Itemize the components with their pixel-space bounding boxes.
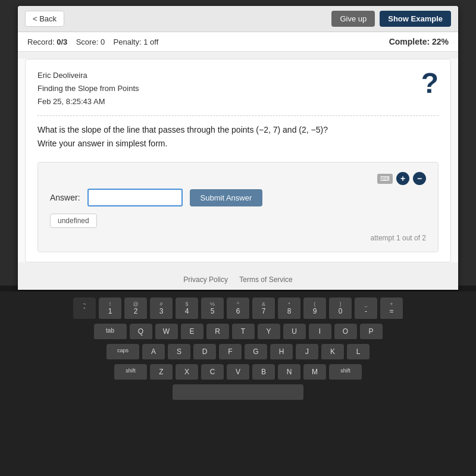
keyboard-row-space xyxy=(12,384,464,401)
key-y[interactable]: Y xyxy=(258,324,280,340)
key-a[interactable]: A xyxy=(142,344,165,361)
key-space[interactable] xyxy=(173,384,303,401)
keyboard-row-a: caps A S D F G H J K L xyxy=(12,344,464,361)
key-n[interactable]: N xyxy=(278,364,300,381)
record-bar: Record: 0/3 Score: 0 Penalty: 1 off Comp… xyxy=(18,32,458,52)
student-name: Eric Deoliveira xyxy=(37,69,139,82)
record-value: 0/3 xyxy=(57,37,67,46)
student-details: Eric Deoliveira Finding the Slope from P… xyxy=(37,69,139,108)
record-info: Record: 0/3 Score: 0 Penalty: 1 off xyxy=(27,37,158,46)
key-0[interactable]: )0 xyxy=(329,298,352,320)
give-up-button[interactable]: Give up xyxy=(331,11,375,27)
key-i[interactable]: I xyxy=(309,324,331,340)
key-v[interactable]: V xyxy=(227,364,249,381)
attempt-text: attempt 1 out of 2 xyxy=(50,234,426,242)
question-main: What is the slope of the line that passe… xyxy=(37,123,439,136)
key-j[interactable]: J xyxy=(296,344,318,361)
key-minus[interactable]: _- xyxy=(355,298,377,320)
key-e[interactable]: E xyxy=(181,324,203,340)
show-example-button[interactable]: Show Example xyxy=(380,11,451,27)
answer-row: Answer: Submit Answer xyxy=(50,189,426,206)
student-info: Eric Deoliveira Finding the Slope from P… xyxy=(37,69,439,108)
submit-button[interactable]: Submit Answer xyxy=(190,189,263,206)
key-1[interactable]: !1 xyxy=(99,298,121,320)
key-r[interactable]: R xyxy=(206,324,229,340)
content-area: Eric Deoliveira Finding the Slope from P… xyxy=(18,59,458,262)
key-2[interactable]: @2 xyxy=(124,298,147,320)
key-m[interactable]: M xyxy=(303,364,326,381)
key-c[interactable]: C xyxy=(201,364,224,381)
keyboard-row-z: shift Z X C V B N M shift xyxy=(12,364,464,381)
key-d[interactable]: D xyxy=(193,344,216,361)
key-p[interactable]: P xyxy=(360,324,383,340)
divider xyxy=(37,115,439,116)
key-tab[interactable]: tab xyxy=(94,324,127,340)
question-sub: Write your answer in simplest form. xyxy=(37,137,439,150)
key-shift-left[interactable]: shift xyxy=(114,364,147,381)
key-caps[interactable]: caps xyxy=(107,344,139,361)
top-right-buttons: Give up Show Example xyxy=(331,11,451,27)
key-k[interactable]: K xyxy=(321,344,344,361)
key-l[interactable]: L xyxy=(347,344,369,361)
question-text: What is the slope of the line that passe… xyxy=(37,123,439,150)
keyboard-row-q: tab Q W E R T Y U I O P xyxy=(12,324,464,340)
key-z[interactable]: Z xyxy=(150,364,173,381)
score-value: 0 xyxy=(101,37,105,46)
answer-input[interactable] xyxy=(87,189,183,206)
undefined-row: undefined xyxy=(50,211,426,228)
key-6[interactable]: ^6 xyxy=(227,298,249,320)
complete-text: Complete: 22% xyxy=(389,37,449,46)
key-3[interactable]: #3 xyxy=(150,298,173,320)
key-f[interactable]: F xyxy=(219,344,242,361)
key-7[interactable]: &7 xyxy=(252,298,275,320)
key-g[interactable]: G xyxy=(245,344,267,361)
score-label: Score: xyxy=(76,37,99,46)
penalty-label: Penalty: xyxy=(114,37,142,46)
key-s[interactable]: S xyxy=(168,344,190,361)
key-t[interactable]: T xyxy=(232,324,255,340)
undefined-button[interactable]: undefined xyxy=(50,214,97,228)
key-b[interactable]: B xyxy=(252,364,275,381)
key-w[interactable]: W xyxy=(155,324,178,340)
plus-button[interactable]: + xyxy=(396,172,409,185)
key-8[interactable]: *8 xyxy=(278,298,300,320)
penalty-value: 1 off xyxy=(143,37,158,46)
student-date: Feb 25, 8:25:43 AM xyxy=(37,95,139,108)
key-9[interactable]: (9 xyxy=(303,298,326,320)
keyboard-icon-row: ⌨ + − xyxy=(50,172,426,185)
key-u[interactable]: U xyxy=(283,324,306,340)
key-x[interactable]: X xyxy=(176,364,198,381)
back-button[interactable]: < Back xyxy=(25,11,64,27)
minus-button[interactable]: − xyxy=(413,172,426,185)
key-shift-right[interactable]: shift xyxy=(329,364,362,381)
keyboard-icon: ⌨ xyxy=(377,174,393,184)
key-backtick[interactable]: ~` xyxy=(73,298,96,320)
answer-section: ⌨ + − Answer: Submit Answer undefined at… xyxy=(37,162,439,252)
privacy-policy-link[interactable]: Privacy Policy xyxy=(183,275,228,284)
key-equals[interactable]: += xyxy=(380,298,403,320)
keyboard-row-numbers: ~` !1 @2 #3 $4 %5 ^6 &7 *8 (9 )0 _- += xyxy=(12,298,464,320)
key-o[interactable]: O xyxy=(334,324,357,340)
record-label: Record: xyxy=(27,37,55,46)
top-bar: < Back Give up Show Example xyxy=(18,6,458,32)
key-5[interactable]: %5 xyxy=(201,298,224,320)
student-topic: Finding the Slope from Points xyxy=(37,82,139,95)
terms-of-service-link[interactable]: Terms of Service xyxy=(239,275,292,284)
key-q[interactable]: Q xyxy=(130,324,152,340)
student-card: Eric Deoliveira Finding the Slope from P… xyxy=(25,59,451,262)
keyboard-area: ~` !1 @2 #3 $4 %5 ^6 &7 *8 (9 )0 _- += t… xyxy=(0,292,476,476)
key-h[interactable]: H xyxy=(270,344,293,361)
key-4[interactable]: $4 xyxy=(176,298,198,320)
question-mark-icon: ? xyxy=(421,69,439,98)
answer-label: Answer: xyxy=(50,193,80,202)
footer: Privacy Policy Terms of Service xyxy=(18,270,458,290)
